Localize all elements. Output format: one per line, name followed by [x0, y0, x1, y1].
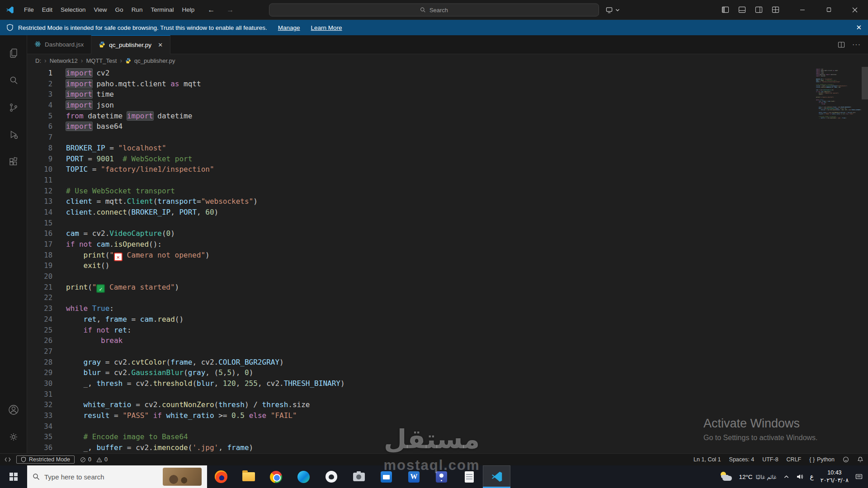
manage-link[interactable]: Manage	[278, 24, 300, 31]
line-number: 16	[27, 229, 52, 239]
menu-terminal[interactable]: Terminal	[146, 4, 178, 16]
action-center-icon[interactable]	[855, 474, 863, 480]
editor-pane[interactable]: 1import cv22import paho.mqtt.client as m…	[27, 67, 868, 453]
account-icon[interactable]	[0, 396, 27, 423]
status-encoding[interactable]: UTF-8	[762, 456, 778, 463]
menu-run[interactable]: Run	[127, 4, 147, 16]
status-indentation[interactable]: Spaces: 4	[729, 456, 755, 463]
menu-edit[interactable]: Edit	[38, 4, 57, 16]
learn-more-link[interactable]: Learn More	[311, 24, 342, 31]
status-eol[interactable]: CRLF	[787, 456, 802, 463]
split-editor-icon[interactable]	[838, 42, 845, 48]
menu-go[interactable]: Go	[111, 4, 127, 16]
close-tab-icon[interactable]: ✕	[158, 42, 163, 48]
line-number: 6	[27, 122, 52, 132]
toggle-panel-icon[interactable]	[738, 6, 746, 13]
vscode-logo-icon	[0, 6, 20, 14]
taskbar-app-github[interactable]	[317, 465, 345, 488]
notifications-bell-icon[interactable]	[857, 456, 863, 463]
breadcrumb-item[interactable]: MQTT_Test	[86, 57, 117, 64]
line-number: 12	[27, 186, 52, 197]
taskbar-app-chrome[interactable]	[262, 465, 290, 488]
status-language-mode[interactable]: { }Python	[809, 456, 835, 463]
status-indentation-label: Spaces: 4	[729, 456, 755, 463]
code-line: 15	[27, 218, 813, 229]
restricted-mode-status[interactable]: Restricted Mode	[16, 455, 75, 464]
toggle-secondary-sidebar-icon[interactable]	[755, 6, 763, 13]
taskbar-app-word[interactable]: W	[400, 465, 428, 488]
maximize-button[interactable]	[816, 0, 842, 20]
search-sidebar-icon[interactable]	[0, 67, 27, 94]
extensions-icon[interactable]	[0, 148, 27, 175]
breadcrumb-item[interactable]: qc_publisher.py	[134, 57, 175, 64]
taskbar-app-file-explorer[interactable]	[235, 465, 262, 488]
problems-status[interactable]: 0 0	[80, 456, 108, 463]
line-content: print("✕ Camera not opened")	[66, 251, 210, 259]
back-button[interactable]: ←	[208, 6, 215, 14]
forward-button[interactable]: →	[226, 6, 234, 14]
tab-qc-publisher[interactable]: qc_publisher.py✕	[91, 35, 170, 54]
camera-icon	[353, 473, 365, 481]
clock-widget[interactable]: 10:43 ٢٠٢٦/٠٣/٠٨	[821, 469, 849, 483]
line-number: 11	[27, 175, 52, 186]
taskbar-app-camera[interactable]	[345, 465, 373, 488]
menu-selection[interactable]: Selection	[57, 4, 90, 16]
code-area[interactable]: 1import cv22import paho.mqtt.client as m…	[27, 67, 813, 453]
line-number: 4	[27, 100, 52, 111]
line-number: 21	[27, 282, 52, 293]
taskbar-app-firefox[interactable]	[207, 465, 235, 488]
code-line: 11	[27, 175, 813, 186]
feedback-smiley-icon[interactable]	[843, 456, 849, 463]
tab-dashboard[interactable]: Dashboard.jsx	[27, 35, 91, 54]
scrollbar-thumb[interactable]	[862, 67, 868, 99]
breadcrumb-item[interactable]: Network12	[50, 57, 78, 64]
remote-indicator[interactable]	[5, 456, 11, 463]
line-content: PORT = 9001 # WebSocket port	[66, 155, 192, 163]
hidden-icons-chevron[interactable]	[783, 474, 789, 479]
menu-view[interactable]: View	[90, 4, 111, 16]
code-line: 7	[27, 132, 813, 143]
breadcrumb[interactable]: D:›Network12›MQTT_Test›qc_publisher.py	[27, 54, 868, 67]
more-actions-icon[interactable]: ···	[852, 41, 861, 49]
minimap[interactable]: import cv2import paho.mqtt.client as mqt…	[813, 67, 862, 453]
settings-gear-icon[interactable]	[0, 423, 27, 450]
code-line: 3import time	[27, 89, 813, 100]
weather-widget[interactable]: 12°C غائم غالبًا	[739, 474, 776, 480]
search-highlight-image[interactable]	[163, 468, 202, 486]
taskbar-app-teams[interactable]	[428, 465, 455, 488]
taskbar-app-mail[interactable]	[373, 465, 400, 488]
source-control-icon[interactable]	[0, 94, 27, 121]
customize-layout-icon[interactable]	[772, 6, 779, 13]
line-number: 34	[27, 422, 52, 432]
taskbar-app-notepad[interactable]	[455, 465, 483, 488]
line-content: result = "PASS" if white_ratio >= 0.5 el…	[66, 411, 297, 420]
language-indicator[interactable]: ع	[810, 473, 814, 480]
breadcrumb-item[interactable]: D:	[35, 57, 41, 64]
search-command-center[interactable]: Search	[269, 3, 599, 16]
line-content: # Use WebSocket transport	[66, 187, 175, 195]
menu-help[interactable]: Help	[178, 4, 198, 16]
editor-scrollbar[interactable]	[862, 67, 868, 453]
line-content: ret, frame = cam.read()	[66, 315, 184, 324]
edge-icon	[297, 471, 310, 483]
firefox-icon	[215, 470, 227, 483]
toggle-primary-sidebar-icon[interactable]	[722, 6, 729, 13]
explorer-icon[interactable]	[0, 40, 27, 67]
run-debug-icon[interactable]	[0, 121, 27, 148]
volume-icon[interactable]	[796, 474, 803, 480]
taskbar-search-box[interactable]: Type here to search	[27, 465, 207, 488]
line-content: print("✓ Camera started")	[66, 283, 179, 291]
command-center-extra-button[interactable]	[606, 4, 620, 16]
taskbar-app-edge[interactable]	[290, 465, 317, 488]
taskbar-app-vscode[interactable]	[483, 465, 510, 488]
code-line: 34	[27, 421, 813, 432]
minimize-button[interactable]	[789, 0, 816, 20]
banner-close-icon[interactable]: ✕	[856, 23, 862, 32]
line-content: if not ret:	[66, 326, 132, 334]
start-button[interactable]	[0, 465, 27, 488]
close-window-button[interactable]	[842, 0, 868, 20]
menu-file[interactable]: File	[20, 4, 38, 16]
status-cursor-position[interactable]: Ln 1, Col 1	[693, 456, 721, 463]
line-number: 22	[27, 293, 52, 304]
code-line: 8BROKER_IP = "localhost"	[27, 143, 813, 154]
